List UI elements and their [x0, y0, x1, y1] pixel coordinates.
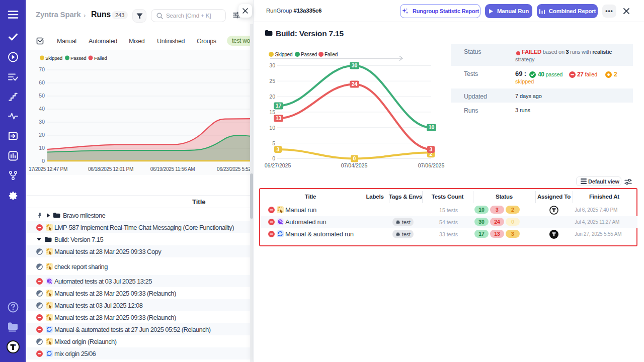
- svg-text:30: 30: [352, 62, 358, 68]
- svg-text:24: 24: [352, 81, 358, 87]
- svg-text:Skipped: Skipped: [275, 52, 293, 57]
- svg-text:0: 0: [42, 158, 45, 164]
- svg-text:15: 15: [269, 109, 275, 115]
- svg-text:Failed: Failed: [94, 55, 107, 61]
- svg-text:Skipped: Skipped: [45, 55, 62, 61]
- svg-text:20: 20: [269, 94, 275, 100]
- svg-text:17/2025 12:47 PM: 17/2025 12:47 PM: [29, 166, 67, 172]
- svg-text:07/04/2025: 07/04/2025: [341, 162, 368, 168]
- svg-text:10: 10: [39, 145, 45, 151]
- svg-text:70: 70: [39, 66, 45, 72]
- svg-text:06/27/2025: 06/27/2025: [265, 162, 291, 168]
- svg-text:20: 20: [39, 132, 45, 138]
- svg-text:Failed: Failed: [325, 52, 338, 57]
- svg-text:60: 60: [39, 79, 45, 85]
- svg-text:30: 30: [39, 119, 45, 125]
- svg-text:06/18/2025 12:01 PM: 06/18/2025 12:01 PM: [88, 166, 133, 172]
- svg-text:25: 25: [269, 78, 275, 84]
- svg-text:10: 10: [269, 125, 275, 131]
- svg-text:30: 30: [269, 62, 275, 68]
- svg-text:40: 40: [39, 106, 45, 112]
- svg-text:06/19/2025 11:56 AM: 06/19/2025 11:56 AM: [150, 166, 195, 172]
- svg-text:Passed: Passed: [70, 55, 86, 61]
- svg-text:3: 3: [277, 146, 280, 152]
- svg-text:07/06/2025: 07/06/2025: [418, 162, 445, 168]
- svg-text:5: 5: [272, 140, 275, 146]
- svg-text:Passed: Passed: [301, 52, 317, 57]
- svg-text:06/23/2025 5:52 PM: 06/23/2025 5:52 PM: [217, 166, 253, 172]
- svg-text:50: 50: [39, 93, 45, 99]
- svg-text:13: 13: [276, 115, 282, 121]
- svg-text:17: 17: [276, 103, 282, 109]
- svg-text:3: 3: [430, 146, 433, 152]
- svg-text:0: 0: [272, 155, 275, 161]
- svg-text:10: 10: [429, 124, 435, 130]
- svg-text:0: 0: [353, 155, 356, 161]
